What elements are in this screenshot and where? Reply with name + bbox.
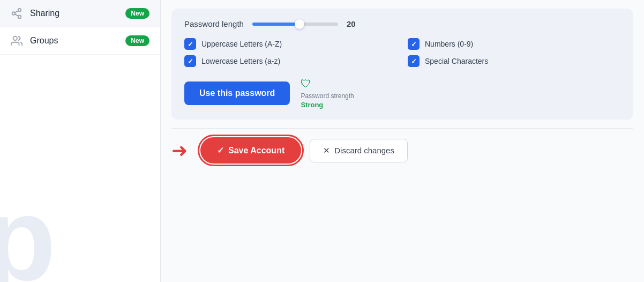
checkbox-item-numbers[interactable]: ✓ Numbers (0-9): [408, 38, 620, 50]
svg-line-4: [15, 11, 18, 13]
checkbox-item-special[interactable]: ✓ Special Characters: [408, 55, 620, 67]
checkbox-label-uppercase: Uppercase Letters (A-Z): [201, 40, 282, 48]
sidebar-item-sharing[interactable]: Sharing New: [0, 0, 160, 27]
checkbox-item-lowercase[interactable]: ✓ Lowercase Letters (a-z): [184, 55, 397, 67]
svg-line-3: [15, 14, 18, 16]
sidebar-label-groups: Groups: [30, 36, 58, 46]
use-password-button[interactable]: Use this password: [184, 81, 290, 105]
checkbox-check-lowercase: ✓: [188, 57, 193, 65]
password-length-slider[interactable]: [252, 23, 338, 26]
password-panel: Password length 20 ✓ Uppercase Letters (…: [171, 9, 633, 120]
sidebar-item-left-groups: Groups: [11, 35, 58, 47]
slider-thumb[interactable]: [295, 19, 304, 29]
checkbox-grid: ✓ Uppercase Letters (A-Z) ✓ Numbers (0-9…: [184, 38, 620, 67]
password-bottom-row: Use this password 🛡 Password strength St…: [184, 78, 620, 109]
discard-changes-label: Discard changes: [334, 146, 394, 155]
checkbox-check-uppercase: ✓: [188, 40, 193, 48]
footer-row: ➜ ✓ Save Account ✕ Discard changes: [161, 129, 644, 172]
checkbox-item-uppercase[interactable]: ✓ Uppercase Letters (A-Z): [184, 38, 397, 50]
checkbox-box-lowercase: ✓: [184, 55, 196, 67]
checkbox-label-special: Special Characters: [425, 57, 488, 65]
sidebar-item-left-sharing: Sharing: [11, 8, 59, 19]
password-length-row: Password length 20: [184, 19, 620, 28]
shield-icon: 🛡: [301, 78, 311, 90]
save-account-button[interactable]: ✓ Save Account: [200, 137, 301, 164]
checkbox-box-uppercase: ✓: [184, 38, 196, 50]
groups-icon: [11, 35, 23, 47]
password-length-value: 20: [347, 19, 360, 28]
arrow-container: ➜: [171, 141, 188, 160]
strength-indicator: 🛡 Password strength Strong: [301, 78, 354, 109]
new-badge-sharing: New: [125, 8, 149, 19]
checkbox-label-numbers: Numbers (0-9): [425, 40, 473, 48]
save-account-label: Save Account: [228, 146, 284, 155]
checkbox-label-lowercase: Lowercase Letters (a-z): [201, 57, 280, 65]
save-check-icon: ✓: [217, 145, 224, 155]
main-content: Password length 20 ✓ Uppercase Letters (…: [161, 0, 644, 282]
checkbox-check-special: ✓: [411, 57, 417, 65]
checkbox-box-special: ✓: [408, 55, 420, 67]
sidebar-watermark: p: [0, 180, 56, 282]
sidebar-label-sharing: Sharing: [30, 9, 59, 18]
discard-changes-button[interactable]: ✕ Discard changes: [310, 139, 408, 162]
svg-point-5: [13, 36, 17, 40]
sidebar-item-groups[interactable]: Groups New: [0, 27, 160, 55]
checkbox-check-numbers: ✓: [411, 40, 417, 48]
slider-fill: [252, 23, 299, 26]
share-icon: [11, 8, 23, 19]
checkbox-box-numbers: ✓: [408, 38, 420, 50]
arrow-right-icon: ➜: [171, 141, 188, 160]
sidebar: Sharing New Groups New p: [0, 0, 161, 282]
strength-label: Password strength: [301, 92, 354, 100]
password-length-label: Password length: [184, 19, 244, 28]
discard-x-icon: ✕: [323, 146, 330, 155]
new-badge-groups: New: [125, 35, 149, 46]
strength-icon-row: 🛡: [301, 78, 311, 90]
strength-value: Strong: [301, 101, 323, 109]
